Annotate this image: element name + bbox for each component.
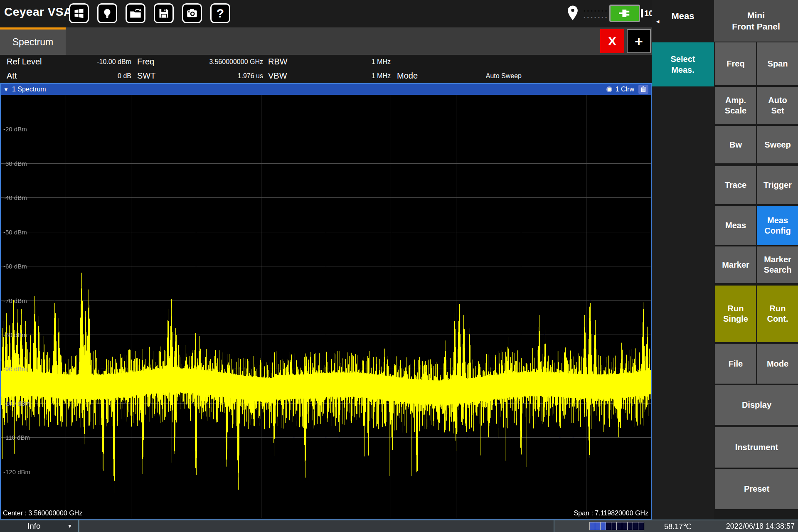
collapse-caret-icon[interactable]: ▼	[3, 87, 9, 92]
datetime-readout: 2022/06/18 14:38:57	[726, 522, 795, 531]
y-axis-label: -60 dBm	[3, 263, 27, 270]
backlight-bulb-icon	[101, 7, 113, 19]
run-cont-button[interactable]: Run Cont.	[757, 286, 798, 342]
gps-status: ------- -------	[566, 5, 608, 22]
info-dropdown-label: Info	[27, 522, 41, 531]
progress-segment	[590, 522, 595, 530]
mode-value[interactable]: Auto Sweep	[436, 72, 522, 80]
meas-button[interactable]: Meas	[715, 206, 756, 245]
recall-file-button[interactable]	[126, 3, 145, 23]
swt-value[interactable]: 1.976 us	[179, 72, 263, 80]
temperature-readout: 58.17℃	[664, 522, 691, 531]
screenshot-camera-icon	[186, 7, 198, 19]
delete-trace-button[interactable]	[638, 85, 648, 94]
battery-tip	[641, 9, 643, 17]
save-floppy-icon	[158, 7, 170, 19]
display-button[interactable]: Display	[715, 385, 798, 425]
screenshot-button[interactable]	[182, 3, 202, 23]
att-label: Att	[7, 71, 17, 81]
trigger-button[interactable]: Trigger	[757, 166, 798, 204]
open-folder-icon	[129, 7, 142, 19]
battery-charging-icon	[609, 5, 640, 22]
amp-scale-button[interactable]: Amp. Scale	[715, 87, 756, 124]
meas-menu-header: Meas	[652, 11, 714, 22]
y-axis-label: -100 dBm	[3, 399, 30, 406]
tab-spectrum[interactable]: Spectrum	[0, 27, 66, 55]
ref-level-value[interactable]: -10.00 dBm	[66, 58, 131, 66]
status-message-area	[80, 520, 554, 532]
progress-segment	[595, 522, 601, 530]
vbw-value[interactable]: 1 MHz	[308, 72, 391, 80]
windows-menu-icon	[73, 7, 85, 19]
y-axis-label: -110 dBm	[3, 434, 30, 441]
progress-segment	[633, 522, 638, 530]
auto-set-button[interactable]: Auto Set	[757, 87, 798, 124]
rbw-value[interactable]: 1 MHz	[308, 58, 391, 66]
submenu-arrow-icon: ◄	[655, 18, 660, 25]
backlight-button[interactable]	[97, 3, 117, 23]
progress-segment	[611, 522, 617, 530]
trash-icon	[640, 86, 646, 94]
bw-button[interactable]: Bw	[715, 126, 756, 163]
freq-value[interactable]: 3.560000000 GHz	[179, 58, 263, 66]
trace-color-indicator[interactable]	[606, 86, 612, 92]
settings-readout: Ref Level -10.00 dBm Freq 3.560000000 GH…	[0, 55, 652, 83]
meas-config-button[interactable]: Meas Config	[757, 206, 798, 245]
swt-label: SWT	[137, 71, 155, 81]
preset-button[interactable]: Preset	[715, 469, 798, 509]
y-axis-label: -40 dBm	[3, 194, 27, 201]
chevron-down-icon: ▼	[67, 523, 72, 529]
spectrum-window: ▼ 1 Spectrum 1 Clrw -20 dBm-30 dBm-40 dB…	[0, 83, 652, 520]
mode-label: Mode	[397, 71, 418, 81]
trace-button[interactable]: Trace	[715, 166, 756, 204]
center-frequency-readout[interactable]: Center : 3.560000000 GHz	[3, 510, 82, 517]
spectrum-window-title: 1 Spectrum	[12, 86, 46, 93]
save-file-button[interactable]	[154, 3, 174, 23]
span-button[interactable]: Span	[757, 42, 798, 85]
y-axis-label: -30 dBm	[3, 160, 27, 167]
help-button[interactable]: ?	[210, 3, 230, 23]
progress-segment	[622, 522, 628, 530]
system-menu-button[interactable]	[69, 3, 89, 23]
y-axis-label: -90 dBm	[3, 365, 27, 372]
progress-segment	[606, 522, 611, 530]
instrument-button[interactable]: Instrument	[715, 427, 798, 468]
info-dropdown[interactable]: Info ▼	[0, 520, 79, 532]
y-axis-label: -80 dBm	[3, 331, 27, 338]
toolbar-icons: ?	[69, 3, 230, 23]
progress-segment	[617, 522, 622, 530]
add-tab-button[interactable]: +	[627, 29, 651, 53]
freq-button[interactable]: Freq	[715, 42, 756, 85]
marker-search-button[interactable]: Marker Search	[757, 246, 798, 283]
right-panel: Meas Select Meas. ◄ Mini Front Panel Fre…	[652, 0, 798, 520]
spectrum-window-header[interactable]: ▼ 1 Spectrum 1 Clrw	[1, 84, 651, 95]
y-axis-label: -70 dBm	[3, 297, 27, 304]
help-question-icon: ?	[217, 7, 224, 20]
app-title: Ceyear VSA	[4, 5, 72, 19]
marker-button[interactable]: Marker	[715, 246, 756, 283]
att-value[interactable]: 0 dB	[66, 72, 131, 80]
settings-row-1: Ref Level -10.00 dBm Freq 3.560000000 GH…	[0, 55, 652, 69]
mini-front-panel-header: Mini Front Panel	[714, 0, 798, 42]
progress-segment	[601, 522, 606, 530]
settings-row-2: Att 0 dB SWT 1.976 us VBW 1 MHz Mode Aut…	[0, 69, 652, 83]
title-bar: Ceyear VSA	[0, 0, 652, 27]
tab-bar: Spectrum X +	[0, 27, 652, 55]
progress-segment	[628, 522, 633, 530]
freq-label: Freq	[137, 57, 154, 66]
select-meas-button[interactable]: Select Meas.	[652, 42, 714, 86]
y-axis-label: -50 dBm	[3, 228, 27, 235]
close-tab-button[interactable]: X	[600, 29, 624, 53]
run-single-button[interactable]: Run Single	[715, 286, 756, 342]
trace-mode-label[interactable]: 1 Clrw	[616, 86, 634, 93]
sweep-progress-bar	[589, 522, 644, 530]
location-pin-icon	[566, 5, 579, 22]
spectrum-chart: -20 dBm-30 dBm-40 dBm-50 dBm-60 dBm-70 d…	[1, 95, 651, 518]
vsa-application: Ceyear VSA	[0, 0, 798, 532]
file-button[interactable]: File	[715, 344, 756, 384]
span-readout[interactable]: Span : 7.119820000 GHz	[574, 510, 648, 517]
status-bar: Info ▼ 58.17℃ 2022/06/18 14:38:57	[0, 520, 798, 532]
y-axis-label: -120 dBm	[3, 468, 30, 475]
sweep-button[interactable]: Sweep	[757, 126, 798, 163]
mode-button[interactable]: Mode	[757, 344, 798, 384]
